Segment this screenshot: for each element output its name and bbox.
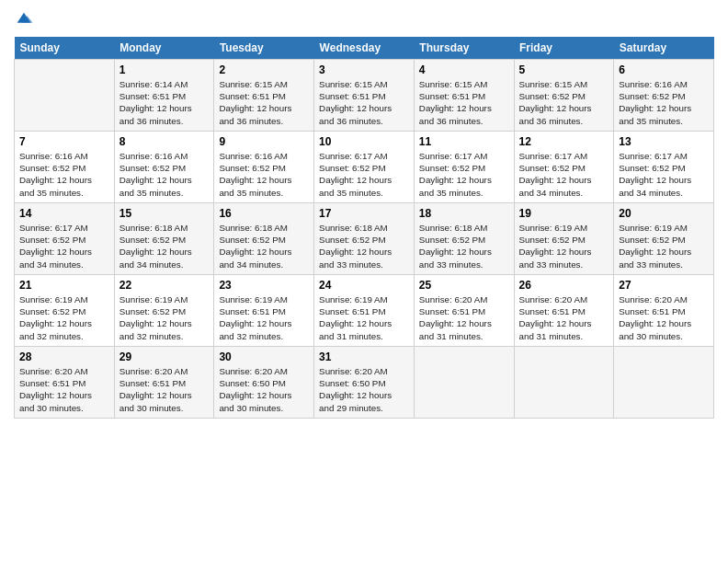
day-info: Sunrise: 6:14 AM Sunset: 6:51 PM Dayligh… [119, 78, 210, 127]
calendar-cell: 21Sunrise: 6:19 AM Sunset: 6:52 PM Dayli… [15, 275, 115, 347]
logo [14, 9, 38, 29]
day-info: Sunrise: 6:16 AM Sunset: 6:52 PM Dayligh… [119, 150, 210, 199]
day-info: Sunrise: 6:18 AM Sunset: 6:52 PM Dayligh… [319, 222, 409, 270]
column-header-sunday: Sunday [15, 37, 115, 60]
week-row-2: 7Sunrise: 6:16 AM Sunset: 6:52 PM Daylig… [15, 132, 714, 203]
day-info: Sunrise: 6:20 AM Sunset: 6:51 PM Dayligh… [419, 293, 509, 342]
day-info: Sunrise: 6:20 AM Sunset: 6:51 PM Dayligh… [619, 293, 709, 342]
day-number: 6 [619, 63, 709, 76]
day-info: Sunrise: 6:19 AM Sunset: 6:52 PM Dayligh… [19, 293, 109, 342]
calendar-cell: 19Sunrise: 6:19 AM Sunset: 6:52 PM Dayli… [514, 203, 614, 275]
column-header-friday: Friday [514, 37, 614, 60]
calendar-cell [414, 347, 514, 419]
day-number: 2 [219, 63, 309, 76]
day-info: Sunrise: 6:18 AM Sunset: 6:52 PM Dayligh… [419, 222, 509, 270]
day-info: Sunrise: 6:17 AM Sunset: 6:52 PM Dayligh… [19, 222, 109, 270]
day-number: 7 [19, 135, 109, 148]
calendar-cell: 13Sunrise: 6:17 AM Sunset: 6:52 PM Dayli… [614, 132, 714, 203]
day-info: Sunrise: 6:20 AM Sunset: 6:51 PM Dayligh… [119, 365, 210, 414]
day-number: 16 [219, 207, 309, 220]
calendar-cell: 26Sunrise: 6:20 AM Sunset: 6:51 PM Dayli… [514, 275, 614, 347]
day-info: Sunrise: 6:20 AM Sunset: 6:51 PM Dayligh… [519, 293, 609, 342]
day-number: 22 [119, 279, 210, 292]
day-number: 13 [619, 135, 709, 148]
calendar-cell: 8Sunrise: 6:16 AM Sunset: 6:52 PM Daylig… [114, 132, 214, 203]
day-info: Sunrise: 6:15 AM Sunset: 6:51 PM Dayligh… [319, 78, 409, 127]
calendar-cell [614, 347, 714, 419]
calendar-cell: 7Sunrise: 6:16 AM Sunset: 6:52 PM Daylig… [15, 132, 115, 203]
calendar-cell: 11Sunrise: 6:17 AM Sunset: 6:52 PM Dayli… [414, 132, 514, 203]
calendar-cell: 23Sunrise: 6:19 AM Sunset: 6:51 PM Dayli… [214, 275, 314, 347]
calendar-cell: 3Sunrise: 6:15 AM Sunset: 6:51 PM Daylig… [314, 60, 415, 132]
day-number: 26 [519, 279, 609, 292]
column-header-monday: Monday [114, 37, 214, 60]
calendar-cell: 15Sunrise: 6:18 AM Sunset: 6:52 PM Dayli… [114, 203, 214, 275]
calendar-cell: 29Sunrise: 6:20 AM Sunset: 6:51 PM Dayli… [114, 347, 214, 419]
day-info: Sunrise: 6:19 AM Sunset: 6:51 PM Dayligh… [219, 293, 309, 342]
calendar-cell [514, 347, 614, 419]
day-info: Sunrise: 6:17 AM Sunset: 6:52 PM Dayligh… [619, 150, 709, 199]
week-row-5: 28Sunrise: 6:20 AM Sunset: 6:51 PM Dayli… [15, 347, 714, 419]
day-number: 4 [419, 63, 509, 76]
header [14, 9, 714, 29]
day-info: Sunrise: 6:18 AM Sunset: 6:52 PM Dayligh… [219, 222, 309, 270]
day-info: Sunrise: 6:19 AM Sunset: 6:52 PM Dayligh… [119, 293, 210, 342]
calendar-cell: 5Sunrise: 6:15 AM Sunset: 6:52 PM Daylig… [514, 60, 614, 132]
calendar-cell: 1Sunrise: 6:14 AM Sunset: 6:51 PM Daylig… [114, 60, 214, 132]
calendar-cell: 6Sunrise: 6:16 AM Sunset: 6:52 PM Daylig… [614, 60, 714, 132]
calendar-cell: 20Sunrise: 6:19 AM Sunset: 6:52 PM Dayli… [614, 203, 714, 275]
calendar-cell: 31Sunrise: 6:20 AM Sunset: 6:50 PM Dayli… [314, 347, 415, 419]
calendar-cell [15, 60, 115, 132]
day-number: 15 [119, 207, 210, 220]
day-number: 18 [419, 207, 509, 220]
calendar-cell: 16Sunrise: 6:18 AM Sunset: 6:52 PM Dayli… [214, 203, 314, 275]
day-info: Sunrise: 6:16 AM Sunset: 6:52 PM Dayligh… [619, 78, 709, 127]
calendar-cell: 2Sunrise: 6:15 AM Sunset: 6:51 PM Daylig… [214, 60, 314, 132]
column-header-saturday: Saturday [614, 37, 714, 60]
day-number: 9 [219, 135, 309, 148]
day-number: 21 [19, 279, 109, 292]
day-number: 8 [119, 135, 210, 148]
day-info: Sunrise: 6:15 AM Sunset: 6:51 PM Dayligh… [419, 78, 509, 127]
day-number: 17 [319, 207, 409, 220]
calendar-cell: 4Sunrise: 6:15 AM Sunset: 6:51 PM Daylig… [414, 60, 514, 132]
day-info: Sunrise: 6:20 AM Sunset: 6:51 PM Dayligh… [19, 365, 109, 414]
day-info: Sunrise: 6:15 AM Sunset: 6:52 PM Dayligh… [519, 78, 609, 127]
day-info: Sunrise: 6:19 AM Sunset: 6:52 PM Dayligh… [519, 222, 609, 270]
day-number: 24 [319, 279, 409, 292]
day-info: Sunrise: 6:17 AM Sunset: 6:52 PM Dayligh… [519, 150, 609, 199]
day-number: 27 [619, 279, 709, 292]
calendar-cell: 12Sunrise: 6:17 AM Sunset: 6:52 PM Dayli… [514, 132, 614, 203]
calendar-table: SundayMondayTuesdayWednesdayThursdayFrid… [14, 37, 714, 419]
day-info: Sunrise: 6:19 AM Sunset: 6:51 PM Dayligh… [319, 293, 409, 342]
calendar-cell: 9Sunrise: 6:16 AM Sunset: 6:52 PM Daylig… [214, 132, 314, 203]
day-number: 28 [19, 350, 109, 363]
week-row-1: 1Sunrise: 6:14 AM Sunset: 6:51 PM Daylig… [15, 60, 714, 132]
day-number: 29 [119, 350, 210, 363]
calendar-cell: 27Sunrise: 6:20 AM Sunset: 6:51 PM Dayli… [614, 275, 714, 347]
day-number: 20 [619, 207, 709, 220]
calendar-cell: 17Sunrise: 6:18 AM Sunset: 6:52 PM Dayli… [314, 203, 415, 275]
day-number: 1 [119, 63, 210, 76]
day-number: 14 [19, 207, 109, 220]
day-info: Sunrise: 6:19 AM Sunset: 6:52 PM Dayligh… [619, 222, 709, 270]
day-number: 23 [219, 279, 309, 292]
calendar-cell: 10Sunrise: 6:17 AM Sunset: 6:52 PM Dayli… [314, 132, 415, 203]
day-number: 31 [319, 350, 409, 363]
calendar-cell: 18Sunrise: 6:18 AM Sunset: 6:52 PM Dayli… [414, 203, 514, 275]
day-info: Sunrise: 6:20 AM Sunset: 6:50 PM Dayligh… [319, 365, 409, 414]
day-info: Sunrise: 6:18 AM Sunset: 6:52 PM Dayligh… [119, 222, 210, 270]
day-number: 25 [419, 279, 509, 292]
calendar-cell: 22Sunrise: 6:19 AM Sunset: 6:52 PM Dayli… [114, 275, 214, 347]
day-info: Sunrise: 6:17 AM Sunset: 6:52 PM Dayligh… [319, 150, 409, 199]
day-info: Sunrise: 6:15 AM Sunset: 6:51 PM Dayligh… [219, 78, 309, 127]
page: SundayMondayTuesdayWednesdayThursdayFrid… [0, 0, 728, 563]
day-number: 12 [519, 135, 609, 148]
day-number: 10 [319, 135, 409, 148]
day-number: 5 [519, 63, 609, 76]
header-row: SundayMondayTuesdayWednesdayThursdayFrid… [15, 37, 714, 60]
logo-icon [14, 9, 34, 29]
calendar-cell: 25Sunrise: 6:20 AM Sunset: 6:51 PM Dayli… [414, 275, 514, 347]
calendar-cell: 30Sunrise: 6:20 AM Sunset: 6:50 PM Dayli… [214, 347, 314, 419]
column-header-tuesday: Tuesday [214, 37, 314, 60]
